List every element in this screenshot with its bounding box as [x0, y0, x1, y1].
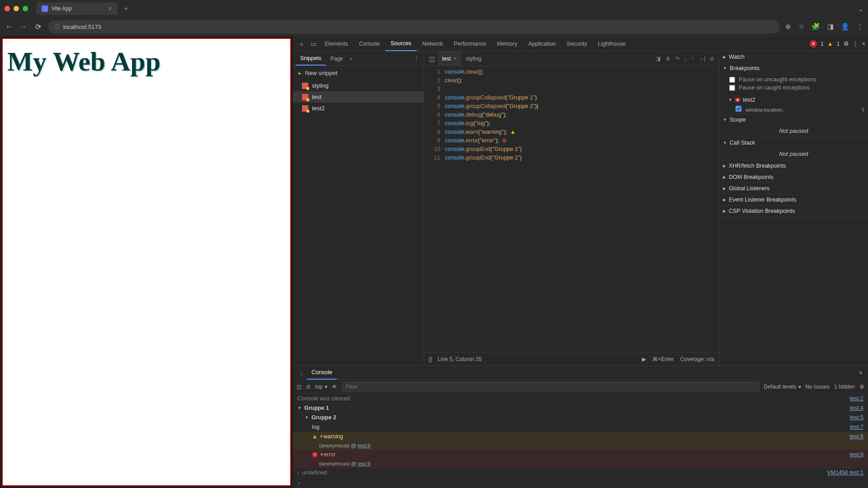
profile-icon[interactable]: 👤 [841, 23, 849, 31]
dom-breakpoints-section[interactable]: ▶DOM Breakpoints [719, 172, 868, 183]
forward-button[interactable]: → [19, 23, 28, 31]
source-link[interactable]: test:5 [849, 414, 863, 421]
menu-icon[interactable]: ⋮ [857, 23, 863, 31]
source-link[interactable]: test:2 [849, 395, 863, 402]
maximize-window-icon[interactable] [23, 6, 28, 11]
snippets-tab[interactable]: Snippets [296, 52, 326, 66]
pause-caught-checkbox[interactable]: Pause on caught exceptions [729, 84, 864, 92]
source-link[interactable]: test:9 [849, 451, 863, 458]
new-snippet-button[interactable]: + New snippet [293, 66, 424, 80]
pause-uncaught-checkbox[interactable]: Pause on uncaught exceptions [729, 75, 864, 84]
scope-section[interactable]: ▼Scope [719, 114, 868, 125]
callstack-section[interactable]: ▼Call Stack [719, 137, 868, 148]
live-expression-icon[interactable]: 👁 [332, 384, 337, 390]
code-editor[interactable]: 1234567891011 console.clear(); clear(); … [424, 66, 719, 352]
bookmark-icon[interactable]: ☆ [798, 23, 804, 31]
tab-application[interactable]: Application [523, 36, 561, 51]
extensions-icon[interactable]: 🧩 [811, 23, 820, 31]
close-drawer-icon[interactable]: × [856, 369, 865, 376]
close-window-icon[interactable] [5, 6, 10, 11]
error-badge[interactable]: ✕ [810, 40, 817, 47]
reload-button[interactable]: ⟳ [33, 23, 42, 31]
snippet-icon [302, 94, 308, 100]
browser-tab[interactable]: Vite App × [36, 2, 118, 15]
step-out-icon[interactable]: ↑ [691, 56, 694, 62]
new-tab-button[interactable]: + [121, 5, 131, 13]
more-icon[interactable]: ⋮ [853, 40, 859, 47]
step-over-icon[interactable]: ↷ [675, 56, 679, 62]
close-tab-icon[interactable]: × [453, 56, 457, 62]
source-link[interactable]: VM1456 test:1 [827, 469, 863, 476]
clear-console-icon[interactable]: ⊘ [306, 384, 311, 390]
error-count: 1 [821, 41, 824, 47]
toggle-nav-icon[interactable]: ◫ [426, 55, 438, 62]
event-listener-breakpoints-section[interactable]: ▶Event Listener Breakpoints [719, 194, 868, 205]
console-filter-input[interactable] [342, 382, 760, 392]
csp-breakpoints-section[interactable]: ▶CSP Violation Breakpoints [719, 206, 868, 216]
breakpoint-entry[interactable]: window.location; 1 [719, 104, 868, 114]
pause-icon[interactable]: ⏸ [665, 56, 670, 62]
step-into-icon[interactable]: ↓ [684, 56, 687, 62]
run-icon[interactable]: ▶ [642, 356, 646, 362]
context-selector[interactable]: top▾ [315, 384, 327, 390]
favicon-icon [42, 5, 48, 12]
source-link[interactable]: test:9 [358, 461, 370, 466]
window-controls[interactable] [5, 6, 28, 11]
tab-memory[interactable]: Memory [491, 36, 523, 51]
warning-badge-icon[interactable]: ▲ [827, 40, 833, 47]
drawer-menu-icon[interactable]: ⋮ [296, 370, 307, 376]
tab-elements[interactable]: Elements [319, 36, 354, 51]
nav-menu-icon[interactable]: ⋮ [412, 56, 421, 62]
step-icon[interactable]: →| [698, 56, 705, 62]
toggle-sidebar-icon[interactable]: ◫ [297, 384, 302, 390]
toggle-debugger-icon[interactable]: ◨ [656, 56, 660, 62]
tab-console[interactable]: Console [354, 36, 385, 51]
snippet-item-styling[interactable]: styling [293, 80, 424, 91]
pretty-print-icon[interactable]: {} [429, 356, 432, 362]
console-group-2[interactable]: ▼Gruppe 2 test:5 [293, 413, 868, 422]
settings-icon[interactable]: ⚙ [844, 40, 849, 47]
console-row-warning[interactable]: ▲▼warning test:8 [293, 432, 868, 441]
log-levels-selector[interactable]: Default levels▾ [764, 384, 801, 390]
tab-security[interactable]: Security [561, 36, 593, 51]
device-toolbar-icon[interactable]: ▭ [307, 40, 319, 47]
snippet-item-test2[interactable]: test2 [293, 103, 424, 114]
zoom-icon[interactable]: ⊕ [785, 23, 791, 31]
source-link[interactable]: test:8 [358, 443, 370, 448]
close-tab-icon[interactable]: × [108, 5, 112, 12]
console-drawer-tab[interactable]: Console [307, 366, 337, 380]
site-info-icon[interactable]: ⓘ [54, 23, 60, 31]
back-button[interactable]: ← [5, 23, 14, 31]
snippet-item-test[interactable]: test [293, 91, 424, 103]
address-bar[interactable]: ⓘ localhost:5173 [48, 20, 780, 33]
console-prompt[interactable]: › [293, 478, 868, 488]
global-listeners-section[interactable]: ▶Global Listeners [719, 183, 868, 194]
page-tab[interactable]: Page [326, 52, 348, 66]
issues-label[interactable]: No Issues [806, 384, 830, 390]
minimize-window-icon[interactable] [14, 6, 19, 11]
breakpoints-section[interactable]: ▼Breakpoints [719, 63, 868, 74]
tab-lighthouse[interactable]: Lighthouse [593, 36, 631, 51]
xhr-breakpoints-section[interactable]: ▶XHR/fetch Breakpoints [719, 160, 868, 171]
source-link[interactable]: test:4 [849, 405, 863, 411]
sidepanel-icon[interactable]: ◨ [827, 23, 834, 31]
tab-sources[interactable]: Sources [385, 36, 417, 51]
watch-section[interactable]: ▶Watch [719, 52, 868, 62]
editor-tab-test[interactable]: test× [438, 52, 461, 66]
close-devtools-icon[interactable]: × [862, 41, 865, 47]
breakpoint-file[interactable]: ▼●test2 [719, 95, 868, 104]
chevron-down-icon[interactable]: ⌄ [858, 5, 863, 13]
console-group-1[interactable]: ▼Gruppe 1 test:4 [293, 404, 868, 413]
error-icon: × [312, 452, 318, 458]
more-tabs-icon[interactable]: » [348, 56, 354, 62]
source-link[interactable]: test:7 [849, 424, 863, 430]
source-link[interactable]: test:8 [849, 433, 863, 440]
tab-performance[interactable]: Performance [448, 36, 492, 51]
deactivate-breakpoints-icon[interactable]: ⊘ [710, 56, 714, 62]
console-row-error[interactable]: ×▼error test:9 [293, 450, 868, 460]
tab-network[interactable]: Network [417, 36, 448, 51]
editor-tab-styling[interactable]: styling [461, 52, 486, 66]
console-settings-icon[interactable]: ⚙ [859, 384, 864, 390]
inspect-icon[interactable]: ⟐ [296, 40, 307, 47]
warning-icon: ▲ [312, 433, 317, 440]
